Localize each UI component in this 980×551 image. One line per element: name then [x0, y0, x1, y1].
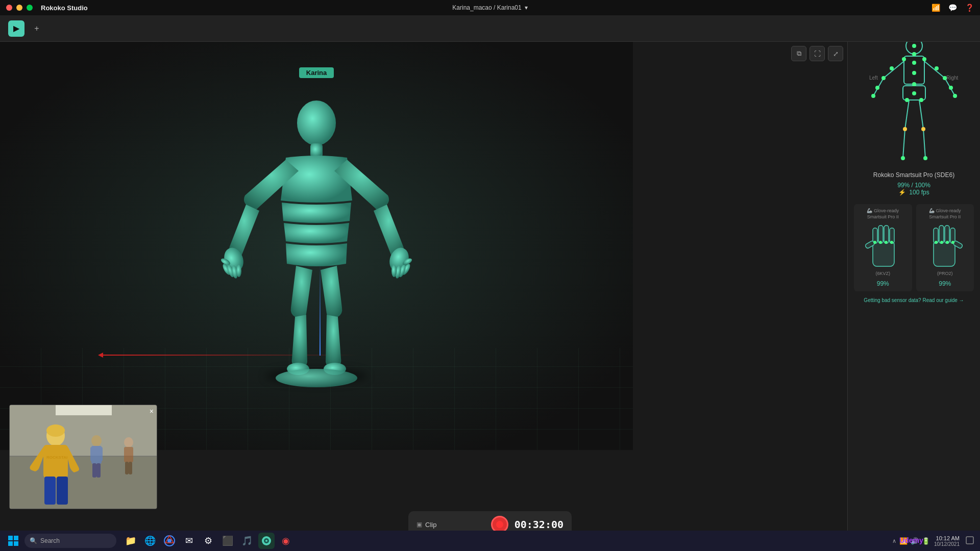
svg-rect-26 — [57, 477, 68, 505]
notification-button[interactable] — [964, 534, 976, 547]
svg-rect-25 — [44, 477, 56, 505]
svg-point-50 — [912, 61, 916, 65]
svg-point-66 — [903, 127, 907, 131]
camera-preview-close-button[interactable]: × — [150, 407, 154, 415]
suit-fps: 100 fps — [909, 189, 929, 196]
svg-point-97 — [167, 539, 172, 543]
app-icon-red[interactable]: ◉ — [278, 533, 294, 549]
svg-rect-34 — [124, 447, 133, 462]
studio-icon — [261, 535, 272, 546]
svg-rect-38 — [904, 56, 924, 84]
layout-control-button[interactable]: ⛶ — [810, 46, 825, 61]
titlebar-left: Rokoko Studio — [6, 4, 88, 12]
bad-sensor-info: Getting bad sensor data? Read our guide … — [854, 297, 974, 303]
message-icon[interactable]: 💬 — [948, 4, 957, 12]
axis-x-line — [102, 355, 357, 356]
svg-point-15 — [324, 363, 346, 375]
svg-point-89 — [946, 241, 949, 244]
bad-sensor-label: Getting bad sensor data? — [864, 297, 921, 303]
svg-line-45 — [903, 129, 905, 158]
svg-point-90 — [940, 241, 943, 244]
svg-point-100 — [265, 540, 267, 542]
play-button[interactable]: ▶ — [8, 20, 24, 37]
svg-rect-35 — [125, 462, 129, 474]
clip-name: Clip — [425, 521, 436, 529]
left-glove-title: 🦾 Glove-ready Smartsuit Pro II — [858, 208, 908, 220]
svg-rect-84 — [945, 226, 949, 243]
help-icon[interactable]: ❓ — [965, 4, 974, 12]
right-glove-diagram — [924, 223, 965, 269]
project-path-text: Karina_macao / Karina01 — [452, 4, 521, 11]
svg-point-48 — [912, 44, 916, 48]
chrome-button[interactable] — [161, 533, 178, 549]
settings-button[interactable]: ⚙ — [200, 533, 216, 549]
terminal-button[interactable]: ⬛ — [219, 533, 236, 549]
right-glove-id: (PRO2) — [920, 271, 970, 277]
svg-line-42 — [924, 61, 945, 78]
maximize-window-button[interactable] — [27, 5, 33, 11]
svg-point-14 — [287, 363, 309, 375]
start-button[interactable] — [4, 532, 22, 550]
floor-shadow — [265, 368, 368, 384]
svg-rect-72 — [873, 241, 894, 266]
svg-point-88 — [951, 241, 954, 244]
dropdown-icon[interactable]: ▾ — [525, 4, 528, 11]
udemy-watermark: Udemy — [898, 533, 929, 549]
system-clock[interactable]: 10:12 AM 10/12/2021 — [934, 535, 960, 547]
svg-rect-95 — [14, 541, 18, 546]
add-button[interactable]: + — [29, 20, 45, 37]
svg-point-68 — [901, 156, 905, 160]
camera-scene: ROCKSTAR — [10, 405, 157, 509]
svg-point-51 — [912, 71, 916, 75]
close-window-button[interactable] — [6, 5, 12, 11]
body-diagram: Left Right — [854, 35, 974, 167]
svg-point-0 — [297, 101, 336, 145]
svg-rect-20 — [56, 405, 112, 415]
project-path: Karina_macao / Karina01 ▾ — [452, 4, 527, 11]
svg-text:ROCKSTAR: ROCKSTAR — [46, 455, 69, 460]
taskbar: 🔍 Search 📁 🌐 ✉ ⚙ ⬛ 🎵 ◉ ∧ 📶 — [0, 531, 980, 551]
studio-button[interactable] — [258, 533, 275, 549]
right-glove-percentage: 99% — [920, 280, 970, 287]
clock-time: 10:12 AM — [934, 535, 960, 541]
svg-rect-23 — [43, 445, 68, 478]
svg-point-91 — [935, 241, 938, 244]
titlebar: Rokoko Studio Karina_macao / Karina01 ▾ … — [0, 0, 980, 15]
read-guide-link[interactable]: Read our guide → — [922, 297, 964, 303]
notification-icon — [966, 536, 974, 544]
fullscreen-button[interactable]: ⤢ — [828, 46, 843, 61]
file-explorer-button[interactable]: 📁 — [122, 533, 139, 549]
camera-control-button[interactable]: ⧉ — [791, 46, 806, 61]
left-glove-icon: 🦾 — [867, 208, 872, 213]
suit-fps-row: ⚡ 100 fps — [854, 189, 974, 196]
svg-point-79 — [879, 241, 882, 244]
svg-point-63 — [953, 94, 957, 98]
chevron-icon[interactable]: ∧ — [892, 538, 896, 544]
clip-name-area: ▣ Clip — [416, 521, 485, 529]
media-button[interactable]: 🎵 — [239, 533, 255, 549]
svg-line-44 — [905, 100, 909, 129]
svg-point-64 — [905, 98, 909, 102]
svg-rect-30 — [99, 447, 103, 461]
right-glove-icon: 🦾 — [929, 208, 935, 213]
svg-point-49 — [912, 52, 916, 56]
svg-point-12 — [391, 265, 397, 277]
svg-rect-94 — [8, 541, 13, 546]
svg-rect-29 — [90, 447, 94, 461]
search-bar[interactable]: 🔍 Search — [24, 534, 116, 548]
main-toolbar: ▶ + — [0, 15, 980, 42]
svg-point-59 — [871, 94, 875, 98]
svg-point-60 — [935, 66, 939, 70]
svg-point-57 — [881, 76, 886, 80]
titlebar-right: 📶 💬 ❓ — [932, 4, 974, 12]
app-title: Rokoko Studio — [41, 4, 88, 12]
left-glove-diagram — [863, 223, 903, 269]
edge-button[interactable]: 🌐 — [142, 533, 158, 549]
windows-logo — [7, 535, 19, 547]
character-model — [219, 83, 413, 389]
minimize-window-button[interactable] — [16, 5, 22, 11]
mail-button[interactable]: ✉ — [181, 533, 197, 549]
svg-text:Udemy: Udemy — [899, 536, 923, 544]
3d-viewport[interactable]: Karina — [0, 42, 633, 450]
right-panel: 🦾 Glove-ready Smartsuit Pro II — [847, 15, 980, 536]
